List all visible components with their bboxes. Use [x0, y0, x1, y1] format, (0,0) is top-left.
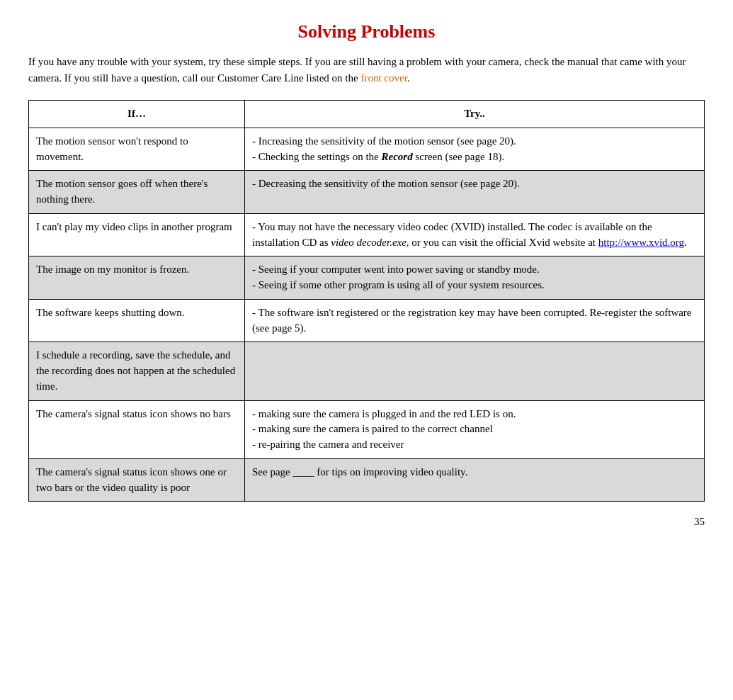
if-cell: The motion sensor goes off when there's …: [29, 171, 245, 214]
bold-record: Record: [381, 151, 412, 162]
try-cell: See page ____ for tips on improving vide…: [245, 458, 705, 502]
table-row: The image on my monitor is frozen. - See…: [29, 256, 705, 300]
try-cell: - making sure the camera is plugged in a…: [245, 400, 705, 458]
if-cell: The image on my monitor is frozen.: [29, 256, 245, 300]
if-cell: I can't play my video clips in another p…: [29, 213, 245, 256]
front-cover-link[interactable]: front cover: [360, 72, 407, 84]
table-row: I can't play my video clips in another p…: [29, 213, 705, 256]
page-number: 35: [28, 516, 705, 528]
try-cell: - The software isn't registered or the r…: [245, 299, 705, 342]
if-cell: The camera's signal status icon shows no…: [29, 400, 245, 458]
try-cell: - Decreasing the sensitivity of the moti…: [245, 171, 705, 214]
table-row: The camera's signal status icon shows no…: [29, 400, 705, 458]
col-try-header: Try..: [245, 101, 705, 128]
intro-text-1: If you have any trouble with your system…: [28, 56, 686, 84]
try-cell: - Increasing the sensitivity of the moti…: [245, 128, 705, 171]
table-row: The motion sensor won't respond to movem…: [29, 128, 705, 171]
table-header-row: If… Try..: [29, 101, 705, 128]
table-row: The camera's signal status icon shows on…: [29, 458, 705, 502]
table-row: The software keeps shutting down. - The …: [29, 299, 705, 342]
if-cell: The software keeps shutting down.: [29, 299, 245, 342]
italic-filename: video decoder.exe: [331, 237, 407, 248]
problems-table: If… Try.. The motion sensor won't respon…: [28, 100, 705, 502]
if-cell: The camera's signal status icon shows on…: [29, 458, 245, 502]
try-cell: - Seeing if your computer went into powe…: [245, 256, 705, 300]
page-title: Solving Problems: [28, 21, 705, 43]
try-cell: - You may not have the necessary video c…: [245, 213, 705, 256]
if-cell: The motion sensor won't respond to movem…: [29, 128, 245, 171]
col-if-header: If…: [29, 101, 245, 128]
intro-text-2: .: [407, 72, 410, 84]
try-cell: [245, 342, 705, 400]
xvid-link[interactable]: http://www.xvid.org: [598, 237, 684, 248]
table-row: The motion sensor goes off when there's …: [29, 171, 705, 214]
if-cell: I schedule a recording, save the schedul…: [29, 342, 245, 400]
intro-paragraph: If you have any trouble with your system…: [28, 54, 705, 86]
table-row: I schedule a recording, save the schedul…: [29, 342, 705, 400]
